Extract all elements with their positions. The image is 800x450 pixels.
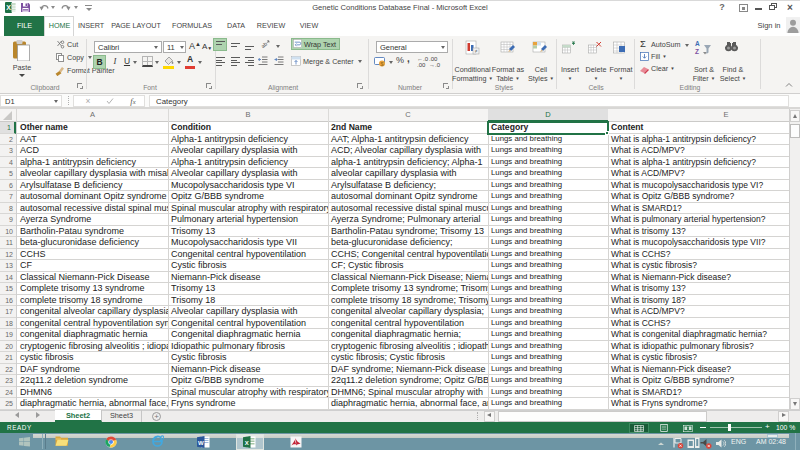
- svg-text:Z: Z: [695, 48, 699, 55]
- svg-text:A: A: [695, 40, 700, 47]
- svg-text:W: W: [198, 439, 204, 445]
- svg-text:$: $: [380, 61, 383, 67]
- svg-text:ab: ab: [260, 41, 268, 50]
- svg-text:X: X: [6, 4, 11, 11]
- svg-text:X: X: [245, 439, 249, 445]
- svg-text:≠: ≠: [475, 48, 478, 54]
